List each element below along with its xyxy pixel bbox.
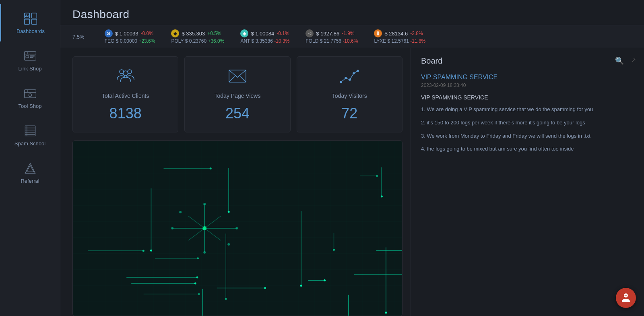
svg-line-31	[229, 76, 235, 82]
stat-card-clients: Total Active Clients 8138	[72, 56, 178, 132]
board-content-p1: 1. We are doing a VIP spamming service t…	[421, 105, 634, 114]
ticker-price-0: $ 1.00033	[115, 31, 138, 37]
svg-rect-1	[32, 13, 37, 19]
dashboard-icon	[23, 11, 39, 26]
sidebar-item-link-shop[interactable]: Link Shop	[0, 41, 60, 79]
main-content: Dashboard 7.5% S $ 1.00033 -0.0% FEG $ 0…	[60, 0, 644, 316]
ticker-sub-3: FOLD $ 21.7756 -10.6%	[305, 38, 358, 44]
board-panel: 🔍 ↗ Board VIP SPAMMING SERVICE 2023-02-0…	[411, 48, 644, 316]
ticker-sub-2: ANT $ 3.35386 -10.3%	[240, 38, 289, 44]
ticker-pct-3: -1.9%	[342, 31, 354, 36]
sidebar-item-referral[interactable]: Referral	[0, 154, 60, 191]
ticker-bar: 7.5% S $ 1.00033 -0.0% FEG $ 0.00000 +23…	[60, 25, 644, 48]
ticker-icon-fold: ◁	[305, 29, 314, 37]
ticker-left-pct: 7.5%	[72, 34, 85, 40]
svg-point-17	[29, 94, 31, 97]
ticker-icon-bnb: ◆	[171, 29, 179, 37]
left-panel: Total Active Clients 8138 Tod	[60, 48, 411, 316]
svg-point-36	[353, 72, 355, 74]
ticker-item-0: S $ 1.00033 -0.0% FEG $ 0.00000 +23.6%	[105, 29, 155, 44]
stat-card-visitors: Today Visitors 72	[297, 56, 402, 132]
svg-point-35	[349, 79, 351, 81]
sidebar-item-dashboards[interactable]: Dashboards	[0, 4, 60, 41]
header: Dashboard	[60, 0, 644, 25]
link-shop-icon	[22, 49, 38, 63]
stat-label-visitors: Today Visitors	[332, 93, 367, 99]
stat-label-pageviews: Today Page Views	[215, 93, 261, 99]
cyber-image	[72, 140, 402, 316]
ticker-icon-btc: ₿	[374, 29, 382, 37]
svg-point-34	[345, 77, 347, 79]
svg-point-37	[357, 70, 359, 72]
clients-icon	[116, 67, 136, 87]
ticker-sub-1: POLY $ 0.23760 +36.0%	[171, 38, 224, 44]
stat-value-clients: 8138	[109, 105, 142, 122]
stat-label-clients: Total Active Clients	[102, 93, 149, 99]
ticker-sub-4: LYXE $ 12.5761 -11.8%	[374, 38, 425, 44]
ticker-pct-1: +0.5%	[207, 31, 221, 36]
sidebar-item-link-shop-label: Link Shop	[19, 66, 42, 72]
sidebar: Dashboards Link Shop Tool Shop	[0, 0, 60, 316]
ticker-pct-0: -0.0%	[140, 31, 153, 36]
visitors-icon	[339, 67, 359, 87]
ticker-item-1: ◆ $ 335.303 +0.5% POLY $ 0.23760 +36.0%	[171, 29, 224, 44]
cyber-canvas	[73, 141, 402, 316]
stat-card-pageviews: Today Page Views 254	[184, 56, 290, 132]
stats-row: Total Active Clients 8138 Tod	[72, 56, 402, 132]
chat-fab-button[interactable]	[616, 288, 636, 308]
board-post-title[interactable]: VIP SPAMMING SERVICE	[421, 74, 634, 81]
sidebar-item-tool-shop-label: Tool Shop	[19, 103, 42, 109]
ticker-price-4: $ 28134.6	[384, 31, 408, 37]
content-area: Total Active Clients 8138 Tod	[60, 48, 644, 316]
ticker-price-3: $ 1927.86	[316, 31, 339, 37]
tool-shop-icon	[22, 86, 38, 101]
svg-rect-3	[32, 19, 37, 25]
ticker-price-2: $ 1.00084	[251, 31, 274, 37]
svg-rect-13	[30, 57, 33, 58]
board-section-title: VIP SPAMMING SERVICE	[421, 94, 634, 101]
svg-line-32	[240, 76, 246, 82]
ticker-icon-usdc: S	[105, 29, 113, 37]
board-content-p3: 3. We work from Monday to Friday and Fri…	[421, 132, 634, 140]
ticker-item-4: ₿ $ 28134.6 -2.8% LYXE $ 12.5761 -11.8%	[374, 29, 425, 44]
sidebar-item-tool-shop[interactable]: Tool Shop	[0, 79, 60, 116]
sidebar-item-spam-school-label: Spam School	[14, 140, 45, 147]
spam-school-icon	[22, 124, 38, 138]
ticker-pct-2: -0.1%	[277, 31, 289, 36]
svg-rect-2	[25, 19, 30, 25]
pageviews-icon	[227, 67, 248, 87]
board-content: 1. We are doing a VIP spamming service t…	[421, 105, 634, 153]
ticker-item-2: ◈ $ 1.00084 -0.1% ANT $ 3.35386 -10.3%	[240, 29, 289, 44]
stat-value-pageviews: 254	[225, 105, 250, 122]
svg-rect-12	[30, 56, 35, 56]
svg-point-29	[123, 71, 128, 76]
svg-rect-11	[26, 56, 29, 58]
sidebar-item-referral-label: Referral	[21, 178, 39, 184]
ticker-price-1: $ 335.303	[182, 31, 205, 37]
sidebar-item-spam-school[interactable]: Spam School	[0, 116, 60, 154]
ticker-icon-ant: ◈	[240, 29, 248, 37]
sidebar-item-dashboards-label: Dashboards	[17, 28, 45, 34]
ticker-sub-0: FEG $ 0.00000 +23.6%	[105, 38, 155, 44]
referral-icon	[22, 161, 38, 176]
stat-value-visitors: 72	[341, 105, 357, 122]
page-title: Dashboard	[72, 8, 632, 21]
board-post-date: 2023-02-09 18:33:40	[421, 83, 634, 88]
board-search-icon[interactable]: 🔍	[615, 56, 624, 65]
board-content-p2: 2. it's 150 to 200 logs per week if ther…	[421, 119, 634, 127]
board-title: Board	[421, 56, 634, 66]
ticker-item-3: ◁ $ 1927.86 -1.9% FOLD $ 21.7756 -10.6%	[305, 29, 358, 44]
board-expand-icon[interactable]: ↗	[631, 56, 636, 64]
board-content-p4: 4. the logs going to be mixed but am sur…	[421, 145, 634, 153]
ticker-pct-4: -2.8%	[410, 31, 423, 36]
svg-point-33	[340, 81, 342, 83]
